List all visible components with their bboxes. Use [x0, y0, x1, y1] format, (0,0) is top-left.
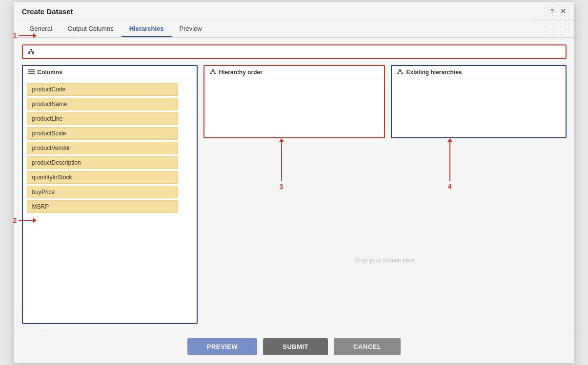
columns-panel: Columns productCode productName productL…	[22, 65, 198, 324]
columns-panel-title: Columns	[38, 69, 62, 76]
list-item[interactable]: productDescription	[27, 156, 178, 169]
existing-hierarchies-panel: Existing hierarchies	[391, 65, 567, 138]
ann-num-4: 4	[448, 183, 452, 191]
ann-num-2: 2	[13, 216, 17, 224]
arrow-4-line	[449, 142, 450, 181]
dialog-title: Create Dataset	[22, 7, 73, 16]
list-item[interactable]: productCode	[27, 83, 178, 96]
dialog-footer: PREVIEW SUBMIT CANCEL	[14, 330, 574, 363]
arrow-3-line	[281, 142, 282, 181]
arrow-3-head	[279, 138, 284, 142]
drop-zone-area[interactable]: Drop your column here	[203, 197, 567, 324]
hierarchy-order-drop-zone[interactable]	[204, 79, 384, 137]
list-item[interactable]: productName	[27, 98, 178, 110]
tab-preview[interactable]: Preview	[172, 21, 210, 37]
ann-num-3: 3	[280, 183, 284, 191]
hierarchy-name-row	[22, 44, 567, 59]
submit-button[interactable]: SUBMIT	[263, 338, 328, 355]
svg-rect-9	[28, 73, 35, 74]
list-item[interactable]: productScale	[27, 127, 178, 140]
hierarchy-order-header: Hierarchy order	[204, 66, 384, 79]
hierarchy-name-label	[28, 48, 37, 55]
svg-rect-11	[210, 73, 212, 74]
annotation-4: 4	[447, 138, 452, 191]
cancel-button[interactable]: CANCEL	[334, 338, 401, 355]
hierarchy-icon	[28, 48, 35, 55]
existing-hier-content	[392, 79, 566, 137]
list-item[interactable]: productVendor	[27, 142, 178, 154]
ann-num-1: 1	[13, 32, 17, 40]
svg-rect-7	[28, 69, 35, 70]
dialog-header: Create Dataset ? ✕	[14, 2, 574, 21]
hierarchy-name-input[interactable]	[41, 48, 561, 55]
svg-rect-10	[212, 69, 214, 71]
existing-hier-icon	[397, 69, 404, 76]
annotation-2: 2	[13, 216, 37, 224]
existing-hierarchies-header: Existing hierarchies	[392, 66, 566, 79]
columns-panel-header: Columns	[23, 66, 197, 79]
columns-icon	[28, 69, 35, 75]
annotation-3: 3	[279, 138, 284, 191]
list-item[interactable]: MSRP	[27, 200, 178, 213]
preview-button[interactable]: PREVIEW	[187, 338, 257, 355]
column-list: productCode productName productLine prod…	[23, 79, 197, 217]
svg-rect-12	[214, 73, 216, 74]
annotation-1: 1	[13, 32, 37, 40]
svg-rect-0	[30, 49, 32, 50]
svg-rect-2	[32, 52, 34, 54]
svg-rect-19	[401, 73, 403, 74]
svg-rect-17	[399, 69, 401, 71]
list-item[interactable]: quantityInStock	[27, 171, 178, 184]
list-item[interactable]: buyPrice	[27, 186, 178, 198]
arrow-4-head	[447, 138, 452, 142]
existing-hier-title: Existing hierarchies	[406, 69, 462, 76]
tab-output-columns[interactable]: Output Columns	[60, 21, 122, 37]
drop-placeholder-text: Drop your column here	[355, 257, 414, 264]
svg-rect-8	[28, 71, 35, 72]
arrow-1	[19, 33, 37, 38]
create-dataset-dialog: Create Dataset ? ✕ General Output Column…	[14, 1, 575, 364]
dialog-body: 1 2	[14, 38, 574, 363]
hierarchy-order-icon	[209, 69, 216, 76]
svg-rect-1	[28, 52, 30, 54]
tab-hierarchies[interactable]: Hierarchies	[122, 21, 172, 37]
list-item[interactable]: productLine	[27, 112, 178, 125]
hierarchy-order-panel: Hierarchy order	[203, 65, 385, 138]
tab-bar: General Output Columns Hierarchies Previ…	[14, 21, 574, 38]
arrow-2	[19, 218, 37, 223]
hierarchy-order-title: Hierarchy order	[219, 69, 263, 76]
svg-rect-18	[397, 73, 399, 74]
